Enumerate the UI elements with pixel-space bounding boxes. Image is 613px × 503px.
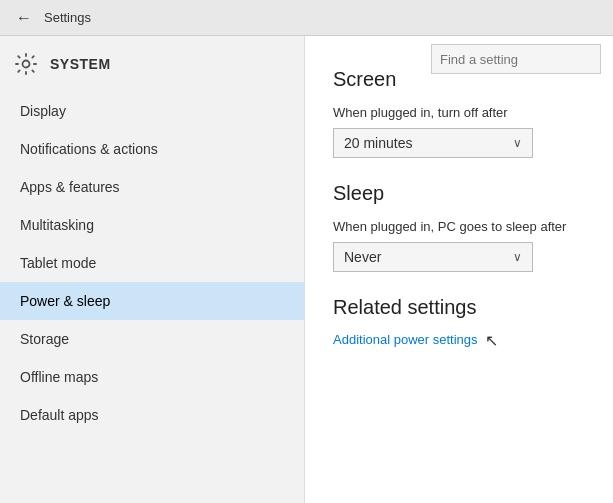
back-arrow-icon: ← [16,9,32,27]
related-link-area: Additional power settings ↖ [333,331,498,350]
back-button[interactable]: ← [10,4,38,32]
screen-dropdown[interactable]: 20 minutes ∨ [333,128,533,158]
sidebar-item-default[interactable]: Default apps [0,396,304,434]
screen-section: Screen When plugged in, turn off after 2… [333,68,585,158]
sidebar-item-apps[interactable]: Apps & features [0,168,304,206]
cursor-icon: ↖ [485,331,498,350]
title-bar-title: Settings [44,10,91,25]
screen-dropdown-chevron-icon: ∨ [513,136,522,150]
sleep-heading: Sleep [333,182,585,205]
svg-point-0 [23,61,30,68]
sidebar-item-storage[interactable]: Storage [0,320,304,358]
sidebar: SYSTEM Display Notifications & actions A… [0,36,305,503]
sleep-section: Sleep When plugged in, PC goes to sleep … [333,182,585,272]
related-settings-section: Related settings Additional power settin… [333,296,585,350]
search-bar [431,44,601,74]
screen-dropdown-value: 20 minutes [344,135,412,151]
main-layout: SYSTEM Display Notifications & actions A… [0,36,613,503]
sidebar-item-offline[interactable]: Offline maps [0,358,304,396]
screen-label: When plugged in, turn off after [333,105,585,120]
system-title: SYSTEM [50,56,111,72]
sleep-label: When plugged in, PC goes to sleep after [333,219,585,234]
sidebar-item-tablet[interactable]: Tablet mode [0,244,304,282]
sidebar-item-display[interactable]: Display [0,92,304,130]
content-area: Screen When plugged in, turn off after 2… [305,36,613,503]
sleep-dropdown-value: Never [344,249,381,265]
sidebar-item-power[interactable]: Power & sleep [0,282,304,320]
search-input[interactable] [431,44,601,74]
sidebar-item-notifications[interactable]: Notifications & actions [0,130,304,168]
title-bar: ← Settings [0,0,613,36]
sidebar-item-multitasking[interactable]: Multitasking [0,206,304,244]
additional-power-settings-link[interactable]: Additional power settings [333,332,478,347]
system-header: SYSTEM [0,36,304,92]
related-heading: Related settings [333,296,585,319]
system-gear-icon [12,50,40,78]
nav-list: Display Notifications & actions Apps & f… [0,92,304,434]
sleep-dropdown-chevron-icon: ∨ [513,250,522,264]
sleep-dropdown[interactable]: Never ∨ [333,242,533,272]
